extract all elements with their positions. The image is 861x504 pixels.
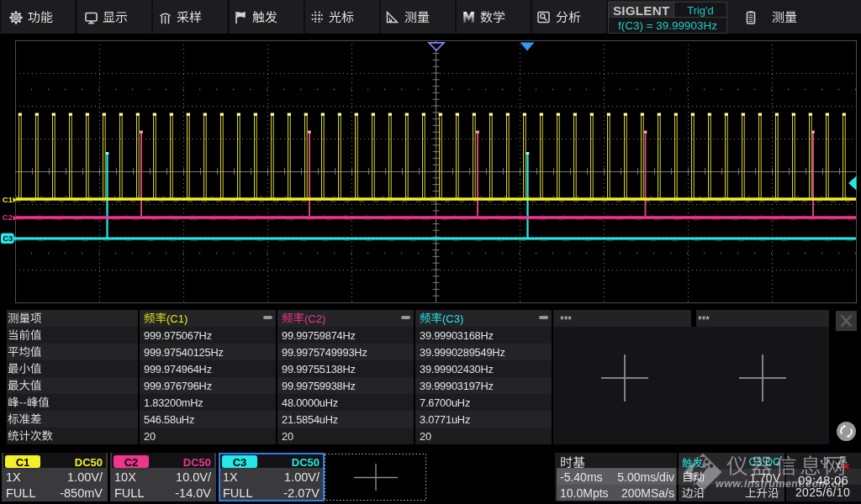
svg-text:C1: C1 (3, 196, 13, 204)
svg-text:C2: C2 (3, 213, 13, 222)
svg-text:C3: C3 (3, 234, 13, 243)
